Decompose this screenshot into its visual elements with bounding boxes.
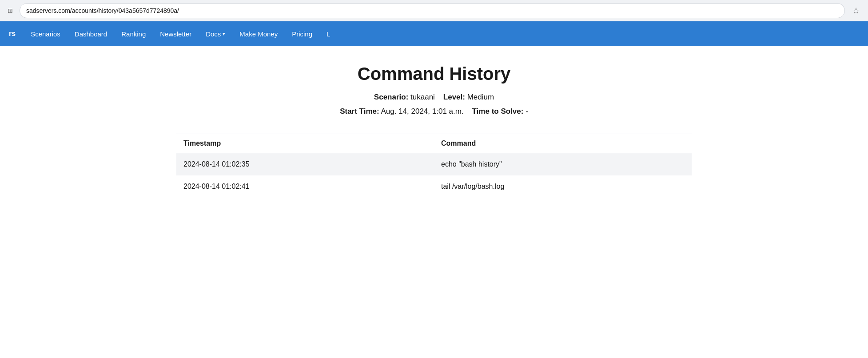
cell-command: tail /var/log/bash.log [434,175,692,198]
browser-controls-icon: ⊞ [5,6,15,16]
scenario-meta: Scenario: tukaani Level: Medium [176,93,692,102]
history-table: Timestamp Command 2024-08-14 01:02:35ech… [176,134,692,198]
table-row: 2024-08-14 01:02:41tail /var/log/bash.lo… [176,175,692,198]
start-time-value: Aug. 14, 2024, 1:01 a.m. [381,107,463,115]
nav-item-login[interactable]: L [320,27,336,41]
nav-item-docs[interactable]: Docs ▾ [199,27,231,41]
cell-command: echo "bash history" [434,153,692,176]
table-row: 2024-08-14 01:02:35echo "bash history" [176,153,692,176]
start-time-label: Start Time: [340,107,379,115]
time-to-solve-label: Time to Solve: [472,107,524,115]
scenario-name: tukaani [410,93,435,101]
col-header-timestamp: Timestamp [176,134,434,153]
table-header-row: Timestamp Command [176,134,692,153]
docs-dropdown-chevron: ▾ [223,31,225,37]
time-to-solve-value: - [526,107,528,115]
level-value: Medium [467,93,494,101]
main-content: Command History Scenario: tukaani Level:… [167,46,701,215]
nav-item-pricing[interactable]: Pricing [286,27,319,41]
nav-brand: rs [9,30,16,38]
cell-timestamp: 2024-08-14 01:02:41 [176,175,434,198]
nav-bar: rs Scenarios Dashboard Ranking Newslette… [0,21,868,46]
page-title: Command History [176,64,692,84]
nav-item-ranking[interactable]: Ranking [115,27,152,41]
nav-item-newsletter[interactable]: Newsletter [154,27,198,41]
nav-item-dashboard[interactable]: Dashboard [68,27,113,41]
scenario-label: Scenario: [374,93,408,101]
cell-timestamp: 2024-08-14 01:02:35 [176,153,434,176]
bookmark-button[interactable]: ☆ [849,4,863,17]
nav-item-make-money[interactable]: Make Money [233,27,284,41]
address-bar[interactable] [20,3,845,18]
nav-item-scenarios[interactable]: Scenarios [24,27,67,41]
time-meta: Start Time: Aug. 14, 2024, 1:01 a.m. Tim… [176,107,692,116]
level-label: Level: [443,93,465,101]
browser-bar: ⊞ ☆ [0,0,868,21]
col-header-command: Command [434,134,692,153]
